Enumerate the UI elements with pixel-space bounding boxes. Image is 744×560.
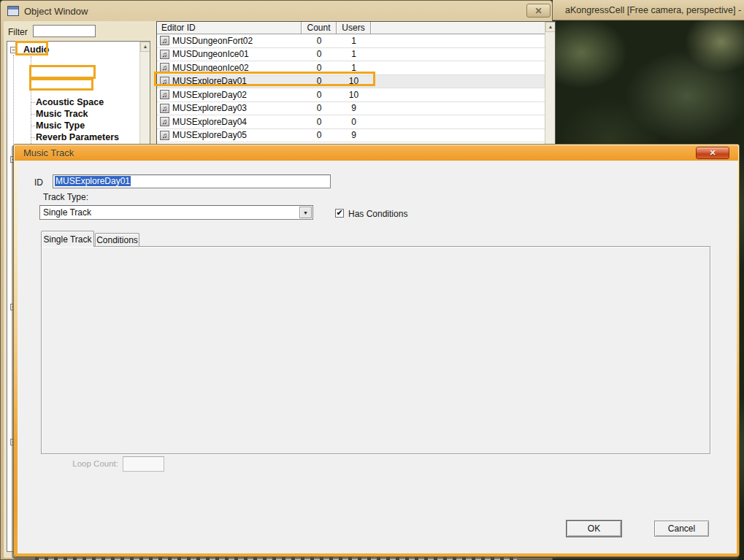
music-track-dialog: Music Track ✕ ID MUSExploreDay01 Track T… — [13, 144, 740, 557]
has-conditions-label: Has Conditions — [348, 209, 407, 219]
table-row[interactable]: ♫ MUSDungeonIce01 0 1 — [157, 48, 546, 62]
track-type-selected-value: Single Track — [40, 206, 312, 219]
column-header-count[interactable]: Count — [302, 22, 337, 34]
count-cell: 0 — [302, 49, 337, 59]
count-cell: 0 — [302, 117, 337, 127]
annotation-box-music-track — [29, 65, 96, 79]
annotation-box-audio — [15, 41, 48, 55]
object-window-title: Object Window — [24, 6, 88, 17]
tree-item-acoustic-space[interactable]: Acoustic Space — [36, 97, 104, 107]
column-header-filler — [371, 22, 546, 34]
object-window-titlebar[interactable]: Object Window ✕ — [1, 1, 552, 21]
column-header-editor-id[interactable]: Editor ID — [157, 22, 302, 34]
music-note-icon: ♫ — [160, 90, 169, 99]
music-note-icon: ♫ — [160, 104, 169, 113]
scroll-up-icon[interactable]: ▲ — [140, 42, 150, 52]
table-row[interactable]: ♫ MUSExploreDay04 0 0 — [157, 115, 546, 129]
table-row[interactable]: ♫ MUSExploreDay02 0 10 — [157, 88, 546, 102]
dialog-close-icon[interactable]: ✕ — [696, 147, 729, 159]
filter-label: Filter — [8, 27, 28, 37]
editor-id-cell: MUSDungeonIce01 — [172, 49, 302, 59]
music-note-icon: ♫ — [160, 50, 169, 59]
editor-id-cell: MUSExploreDay02 — [172, 90, 302, 100]
track-type-label: Track Type: — [43, 192, 88, 202]
loop-count-label: Loop Count: — [31, 459, 118, 468]
ok-button[interactable]: OK — [567, 521, 621, 537]
table-row[interactable]: ♫ MUSExploreDay03 0 9 — [157, 102, 546, 116]
filter-input[interactable] — [33, 25, 96, 37]
tree-item-music-track[interactable]: Music Track — [36, 109, 88, 119]
check-icon: ✔ — [336, 208, 342, 217]
editor-id-cell: MUSDungeonFort02 — [172, 36, 302, 46]
users-cell: 1 — [337, 49, 371, 59]
music-note-icon: ♫ — [160, 117, 169, 126]
cancel-button[interactable]: Cancel — [654, 521, 709, 537]
id-field[interactable]: MUSExploreDay01 — [53, 174, 331, 188]
object-window-icon — [7, 6, 19, 16]
loop-count-field — [123, 456, 164, 472]
annotation-box-music-type — [29, 78, 93, 91]
users-cell: 10 — [337, 90, 371, 100]
users-cell: 9 — [337, 130, 371, 140]
list-header-row: Editor ID Count Users — [157, 22, 546, 34]
table-row[interactable]: ♫ MUSExploreDay05 0 9 — [157, 129, 546, 143]
users-cell: 0 — [337, 117, 371, 127]
object-window-close-icon[interactable]: ✕ — [526, 4, 551, 18]
dialog-content: ID MUSExploreDay01 Track Type: Single Tr… — [18, 161, 737, 553]
tree-item-reverb-parameters[interactable]: Reverb Parameters — [36, 132, 119, 142]
single-track-tab-page — [41, 246, 710, 454]
count-cell: 0 — [302, 130, 337, 140]
cut-off-window-content — [35, 557, 517, 560]
music-note-icon: ♫ — [160, 131, 169, 140]
render-window-titlebar: aKongressCell [Free camera, perspective]… — [553, 0, 744, 20]
column-header-users[interactable]: Users — [337, 22, 371, 34]
list-rows: ♫ MUSDungeonFort02 0 1 ♫ MUSDungeonIce01… — [157, 34, 546, 156]
dialog-title: Music Track — [23, 147, 74, 158]
tab-conditions[interactable]: Conditions — [95, 233, 139, 246]
tab-single-track[interactable]: Single Track — [41, 231, 94, 247]
track-type-select[interactable]: Single Track ▼ — [39, 205, 313, 220]
dialog-titlebar[interactable]: Music Track ✕ — [15, 145, 738, 161]
editor-id-cell: MUSExploreDay05 — [172, 130, 302, 140]
has-conditions-checkbox[interactable]: ✔ — [335, 209, 344, 218]
music-note-icon: ♫ — [160, 36, 169, 45]
editor-id-cell: MUSExploreDay04 — [172, 117, 302, 127]
count-cell: 0 — [302, 90, 337, 100]
users-cell: 1 — [337, 36, 371, 46]
annotation-box-selected-row — [154, 72, 375, 86]
scroll-up-icon[interactable]: ▲ — [545, 22, 556, 32]
editor-id-cell: MUSExploreDay03 — [172, 103, 302, 113]
id-label: ID — [34, 177, 43, 188]
tree-item-music-type[interactable]: Music Type — [36, 120, 85, 131]
users-cell: 9 — [337, 103, 371, 113]
count-cell: 0 — [302, 36, 337, 46]
id-field-selected-text: MUSExploreDay01 — [55, 176, 131, 186]
table-row[interactable]: ♫ MUSDungeonFort02 0 1 — [157, 34, 546, 48]
count-cell: 0 — [302, 103, 337, 113]
chevron-down-icon[interactable]: ▼ — [299, 207, 312, 218]
